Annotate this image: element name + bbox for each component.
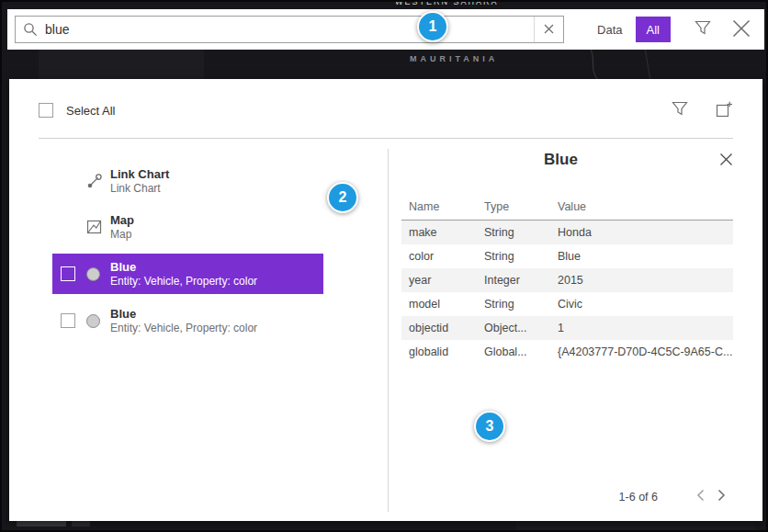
cell-type: Global... — [477, 345, 550, 358]
cell-name: make — [401, 226, 477, 239]
close-search-button[interactable] — [731, 18, 751, 41]
cell-type: String — [477, 226, 550, 239]
result-checkbox[interactable] — [61, 266, 75, 281]
cell-name: objectid — [401, 322, 477, 334]
cell-name: model — [401, 298, 477, 311]
map-icon — [86, 219, 110, 235]
cell-name: globalid — [401, 345, 477, 358]
cell-type: Object... — [477, 322, 550, 334]
cell-value: 2015 — [550, 274, 733, 287]
details-title: Blue — [389, 143, 733, 169]
scope-data-button[interactable]: Data — [584, 17, 635, 42]
select-all-checkbox[interactable] — [39, 103, 53, 118]
annotation-badge-3: 3 — [474, 411, 505, 442]
link-chart-icon — [86, 173, 110, 189]
filter-button[interactable] — [695, 20, 711, 39]
result-item-blue-selected[interactable]: Blue Entity: Vehicle, Property: color — [52, 254, 323, 294]
search-input[interactable] — [45, 17, 534, 42]
search-box[interactable] — [15, 16, 564, 43]
map-label-western-sahara: WESTERN SAHARA — [395, 2, 533, 7]
result-subtitle: Entity: Vehicle, Property: color — [110, 322, 257, 335]
search-icon — [23, 22, 38, 37]
map-label-mauritania: MAURITANIA — [410, 54, 498, 63]
cell-value: {A4203777-D70D-4C5C-9A65-C... — [550, 345, 733, 358]
add-selection-icon — [716, 101, 733, 120]
filter-icon — [672, 101, 688, 119]
clear-icon — [544, 23, 554, 37]
column-header: Name — [401, 200, 477, 213]
result-title: Link Chart — [110, 167, 169, 182]
cell-value: Blue — [550, 250, 733, 263]
clear-search-button[interactable] — [534, 17, 563, 42]
cell-value: Honda — [550, 226, 733, 239]
table-row: color String Blue — [401, 244, 733, 268]
table-row: globalid Global... {A4203777-D70D-4C5C-9… — [401, 340, 733, 364]
details-pane: Blue Name Type Value make String Honda — [389, 143, 733, 510]
result-checkbox[interactable] — [61, 313, 75, 328]
table-row: year Integer 2015 — [401, 268, 733, 292]
app-window: WESTERN SAHARA MAURITANIA Data All — [0, 0, 768, 532]
cell-type: String — [477, 298, 550, 311]
details-header: Blue — [389, 143, 733, 176]
select-all-label: Select All — [66, 104, 115, 118]
result-subtitle: Map — [110, 228, 134, 242]
result-title: Blue — [110, 260, 257, 275]
result-item-map[interactable]: Map Map — [52, 204, 328, 250]
annotation-badge-1: 1 — [417, 11, 448, 42]
result-title: Map — [110, 213, 134, 228]
cell-name: color — [401, 250, 477, 263]
cell-value: 1 — [550, 322, 733, 334]
table-row: objectid Object... 1 — [401, 316, 733, 340]
table-header-row: Name Type Value — [401, 193, 733, 221]
results-header: Select All — [39, 101, 733, 119]
previous-page-button[interactable] — [696, 489, 705, 504]
cell-value: Civic — [550, 298, 733, 311]
map-attribution-text — [17, 521, 66, 526]
annotation-badge-2: 2 — [327, 182, 358, 213]
chevron-right-icon — [717, 489, 726, 504]
column-header: Value — [550, 200, 733, 213]
map-scale-text — [72, 521, 90, 526]
search-bar: Data All — [7, 9, 764, 50]
header-divider — [39, 138, 733, 139]
add-selection-button[interactable] — [716, 101, 733, 120]
close-details-button[interactable] — [719, 153, 733, 169]
entity-icon — [86, 267, 110, 281]
search-scope-toggle: Data All — [584, 17, 671, 42]
chevron-left-icon — [696, 489, 705, 504]
pagination-label: 1-6 of 6 — [619, 491, 658, 504]
search-results-panel: Select All Link Char — [9, 79, 762, 521]
cell-type: String — [477, 250, 550, 263]
result-item-blue[interactable]: Blue Entity: Vehicle, Property: color — [52, 298, 328, 344]
attributes-table: Name Type Value make String Honda color … — [401, 193, 733, 364]
filter-results-button[interactable] — [672, 101, 688, 119]
pagination: 1-6 of 6 — [619, 489, 726, 504]
result-subtitle: Link Chart — [110, 182, 169, 196]
cell-type: Integer — [477, 274, 550, 287]
result-subtitle: Entity: Vehicle, Property: color — [110, 275, 257, 289]
entity-icon — [86, 314, 110, 328]
close-icon — [719, 153, 733, 169]
column-header: Type — [477, 200, 550, 213]
scope-all-button[interactable]: All — [636, 17, 671, 42]
results-list: Link Chart Link Chart Map Map Blue — [52, 158, 337, 344]
cell-name: year — [401, 274, 477, 287]
close-icon — [731, 18, 751, 41]
next-page-button[interactable] — [717, 489, 726, 504]
result-title: Blue — [110, 307, 257, 322]
result-item-link-chart[interactable]: Link Chart Link Chart — [52, 158, 328, 204]
table-row: model String Civic — [401, 292, 733, 316]
table-row: make String Honda — [401, 221, 733, 244]
filter-icon — [695, 20, 711, 39]
